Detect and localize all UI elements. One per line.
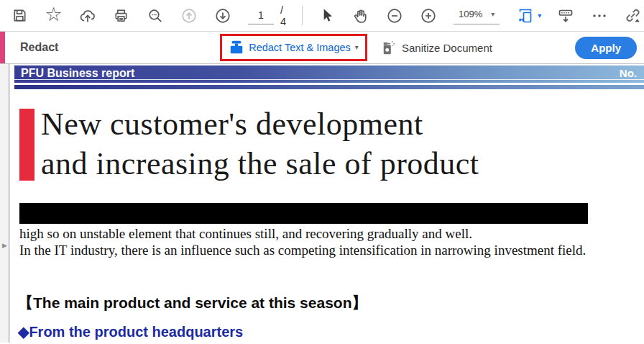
redact-text-images-button[interactable]: Redact Text & Images ▾ xyxy=(220,34,367,61)
fit-width-dropdown[interactable]: ▾ xyxy=(515,6,541,25)
section-heading: 【The main product and service at this se… xyxy=(18,293,367,313)
next-page-icon[interactable] xyxy=(213,6,232,25)
chevron-down-icon: ▾ xyxy=(491,11,494,18)
select-tool-icon[interactable] xyxy=(317,6,336,25)
document-headline: New customer's development and increasin… xyxy=(41,104,479,184)
zoom-out-icon[interactable] xyxy=(385,6,404,25)
star-icon[interactable]: ☆ xyxy=(44,6,63,25)
redact-toolbar: Redact Redact Text & Images ▾ Sanitize xyxy=(0,32,644,64)
zoom-in-icon[interactable] xyxy=(418,6,438,25)
sanitize-spray-icon xyxy=(380,40,396,56)
headline-red-block xyxy=(19,109,34,181)
previous-page-icon[interactable] xyxy=(179,6,198,25)
apply-button[interactable]: Apply xyxy=(575,37,637,59)
fit-width-icon xyxy=(515,6,535,25)
toolbar-divider xyxy=(302,6,303,25)
headline-line2: and increasing the sale of product xyxy=(41,144,479,184)
share-link-icon[interactable] xyxy=(623,6,643,25)
main-toolbar: ☆ / 4 xyxy=(0,0,644,32)
sanitize-button-label: Sanitize Document xyxy=(402,42,492,54)
page-total-label: / 4 xyxy=(280,4,286,27)
bullet-item: ◆From the product headquarters xyxy=(18,323,243,340)
document-viewport: ▶ PFU Business report No. New customer's… xyxy=(0,64,644,343)
headline-line1: New customer's development xyxy=(41,104,479,144)
document-header-number: No. xyxy=(620,67,637,79)
share-file-icon[interactable] xyxy=(78,6,97,25)
zoom-level-value: 109% xyxy=(459,9,482,19)
save-icon[interactable] xyxy=(10,6,29,25)
pdf-page: PFU Business report No. New customer's d… xyxy=(10,64,644,343)
expand-pane-icon[interactable]: ▶ xyxy=(2,243,7,249)
page-navigation: / 4 xyxy=(248,4,286,27)
more-tools-icon[interactable] xyxy=(589,6,609,25)
document-body-text: high so on unstable element that continu… xyxy=(19,225,586,258)
redact-button-label: Redact Text & Images xyxy=(249,42,351,53)
sanitize-document-button[interactable]: Sanitize Document xyxy=(380,32,492,63)
print-icon[interactable] xyxy=(111,6,131,25)
hand-tool-icon[interactable] xyxy=(351,6,370,25)
zoom-level-dropdown[interactable]: 109% ▾ xyxy=(454,6,500,24)
chevron-down-icon: ▾ xyxy=(538,12,541,19)
chevron-down-icon: ▾ xyxy=(355,44,359,51)
body-line2: In the IT industry, there is an influenc… xyxy=(19,242,586,258)
find-icon[interactable] xyxy=(145,6,165,25)
redaction-black-bar[interactable] xyxy=(19,203,588,224)
tool-title: Redact xyxy=(20,41,58,54)
tool-accent-bar xyxy=(0,32,5,63)
document-header-banner: PFU Business report No. xyxy=(14,65,644,83)
redact-mark-icon xyxy=(229,40,244,55)
document-header-title: PFU Business report xyxy=(21,67,134,80)
hide-toolbar-icon[interactable] xyxy=(556,6,575,25)
page-number-input[interactable] xyxy=(248,7,274,24)
document-header-stripe xyxy=(14,85,644,89)
body-line1: high so on unstable element that continu… xyxy=(19,225,586,242)
navigation-pane-strip[interactable]: ▶ xyxy=(0,64,9,343)
